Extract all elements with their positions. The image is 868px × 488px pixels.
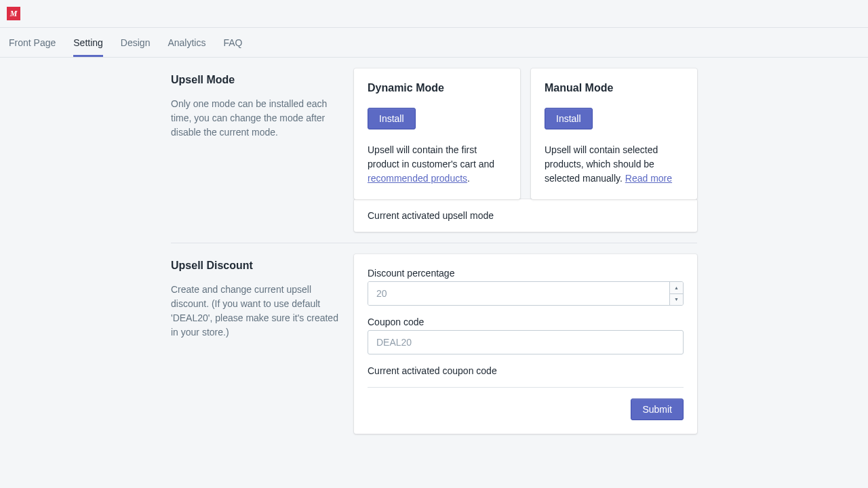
dynamic-mode-card: Dynamic Mode Install Upsell will contain… <box>354 68 520 199</box>
nav-analytics[interactable]: Analytics <box>159 28 214 57</box>
manual-mode-card: Manual Mode Install Upsell will contain … <box>531 68 697 199</box>
coupon-code-input[interactable] <box>368 330 684 354</box>
spinner-down-icon[interactable]: ▼ <box>670 294 683 306</box>
read-more-link[interactable]: Read more <box>625 173 672 184</box>
discount-percentage-label: Discount percentage <box>368 268 684 279</box>
nav-setting[interactable]: Setting <box>64 28 112 57</box>
nav-front-page[interactable]: Front Page <box>0 28 64 57</box>
discount-percentage-field: ▲ ▼ <box>368 281 684 306</box>
section-upsell-discount: Upsell Discount Create and change curren… <box>171 254 697 445</box>
nav-design[interactable]: Design <box>112 28 159 57</box>
current-mode-label: Current activated upsell mode <box>368 210 684 221</box>
current-mode-card: Current activated upsell mode <box>354 199 697 232</box>
upsell-discount-title: Upsell Discount <box>171 260 340 272</box>
navbar: Front Page Setting Design Analytics FAQ <box>0 28 868 58</box>
upsell-mode-title: Upsell Mode <box>171 74 340 86</box>
dynamic-mode-title: Dynamic Mode <box>368 82 507 94</box>
page: Upsell Mode Only one mode can be install… <box>0 58 868 455</box>
dynamic-text-after: . <box>467 173 470 184</box>
coupon-code-label: Coupon code <box>368 317 684 327</box>
app-logo: M <box>7 7 20 20</box>
discount-form-card: Discount percentage ▲ ▼ Coupon code <box>354 254 697 434</box>
install-dynamic-button[interactable]: Install <box>368 108 416 129</box>
current-coupon-label: Current activated coupon code <box>368 365 684 376</box>
spinner-up-icon[interactable]: ▲ <box>670 282 683 294</box>
manual-mode-text: Upsell will contain selected products, w… <box>545 143 684 186</box>
submit-button[interactable]: Submit <box>631 399 684 420</box>
discount-percentage-input[interactable] <box>368 282 669 305</box>
nav-faq[interactable]: FAQ <box>214 28 251 57</box>
upsell-discount-desc: Create and change current upsell discoun… <box>171 283 340 340</box>
manual-mode-title: Manual Mode <box>545 82 684 94</box>
recommended-products-link[interactable]: recommended products <box>368 173 467 184</box>
section-upsell-mode: Upsell Mode Only one mode can be install… <box>171 68 697 243</box>
dynamic-text-before: Upsell will contain the first product in… <box>368 144 494 169</box>
dynamic-mode-text: Upsell will contain the first product in… <box>368 143 507 186</box>
install-manual-button[interactable]: Install <box>545 108 593 129</box>
number-spinner: ▲ ▼ <box>669 282 683 305</box>
divider <box>368 387 684 388</box>
topbar: M <box>0 0 868 28</box>
upsell-mode-desc: Only one mode can be installed each time… <box>171 97 340 140</box>
